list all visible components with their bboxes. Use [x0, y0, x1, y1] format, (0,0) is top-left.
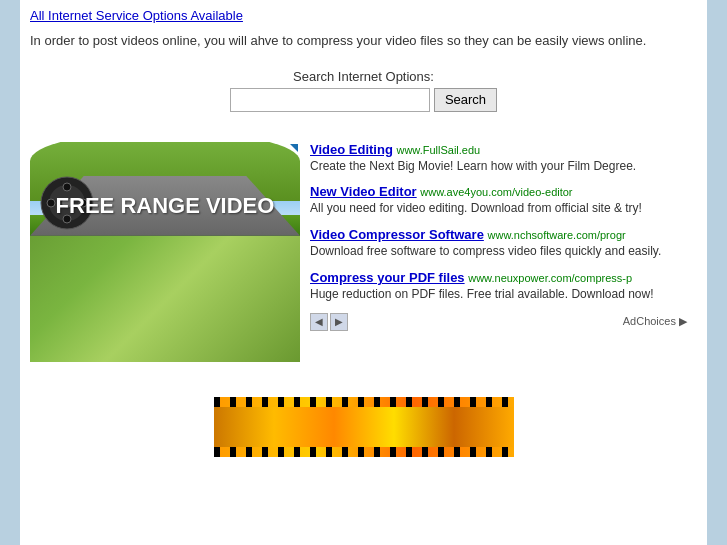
ad-image-container: Camtasia Studio® ✦ TechSmith	[30, 142, 300, 362]
ad-link-item-1: Video Editing www.FullSail.edu Create th…	[310, 142, 687, 175]
search-label: Search Internet Options:	[30, 69, 697, 84]
ad-link-url-1: www.FullSail.edu	[396, 144, 480, 156]
ad-prev-button[interactable]: ◀	[310, 313, 328, 331]
ad-link-item-2: New Video Editor www.ave4you.com/video-e…	[310, 184, 687, 217]
ad-link-item-3: Video Compressor Software www.nchsoftwar…	[310, 227, 687, 260]
adchoices-label[interactable]: AdChoices ▶	[623, 315, 687, 328]
ad-link-title-1[interactable]: Video Editing	[310, 142, 393, 157]
ad-link-desc-1: Create the Next Big Movie! Learn how wit…	[310, 158, 687, 175]
search-input[interactable]	[230, 88, 430, 112]
ad-link-title-3[interactable]: Video Compressor Software	[310, 227, 484, 242]
intro-text: In order to post videos online, you will…	[30, 31, 697, 51]
svg-point-4	[63, 183, 71, 191]
ad-link-url-3: www.nchsoftware.com/progr	[488, 229, 626, 241]
film-holes-top	[214, 397, 514, 407]
ad-next-button[interactable]: ▶	[330, 313, 348, 331]
ad-link-title-2[interactable]: New Video Editor	[310, 184, 417, 199]
bottom-film-strip	[214, 397, 514, 457]
ad-link-desc-4: Huge reduction on PDF files. Free trial …	[310, 286, 687, 303]
ad-links-container: Video Editing www.FullSail.edu Create th…	[300, 142, 697, 362]
search-form: Search	[230, 88, 497, 112]
ad-green-area: FREE RANGE VIDEO	[30, 194, 300, 236]
bottom-strip-wrapper	[30, 377, 697, 457]
ad-banner-text: FREE RANGE VIDEO	[56, 194, 275, 218]
film-holes-bottom	[214, 447, 514, 457]
ad-link-desc-3: Download free software to compress video…	[310, 243, 687, 260]
search-section: Search Internet Options: Search	[30, 69, 697, 112]
ad-bottom-bar: ◀ ▶ AdChoices ▶	[310, 313, 687, 331]
ad-nav-buttons: ◀ ▶	[310, 313, 348, 331]
ad-link-item-4: Compress your PDF files www.neuxpower.co…	[310, 270, 687, 303]
svg-point-6	[47, 199, 55, 207]
ad-link-desc-2: All you need for video editing. Download…	[310, 200, 687, 217]
search-button[interactable]: Search	[434, 88, 497, 112]
film-strip-inner	[214, 407, 514, 447]
ad-link-title-4[interactable]: Compress your PDF files	[310, 270, 465, 285]
main-container: All Internet Service Options Available I…	[20, 0, 707, 545]
top-link[interactable]: All Internet Service Options Available	[30, 8, 243, 23]
top-link-container: All Internet Service Options Available	[30, 8, 697, 23]
ad-section: Camtasia Studio® ✦ TechSmith	[30, 142, 697, 362]
ad-link-url-4: www.neuxpower.com/compress-p	[468, 272, 632, 284]
ad-link-url-2: www.ave4you.com/video-editor	[420, 186, 572, 198]
